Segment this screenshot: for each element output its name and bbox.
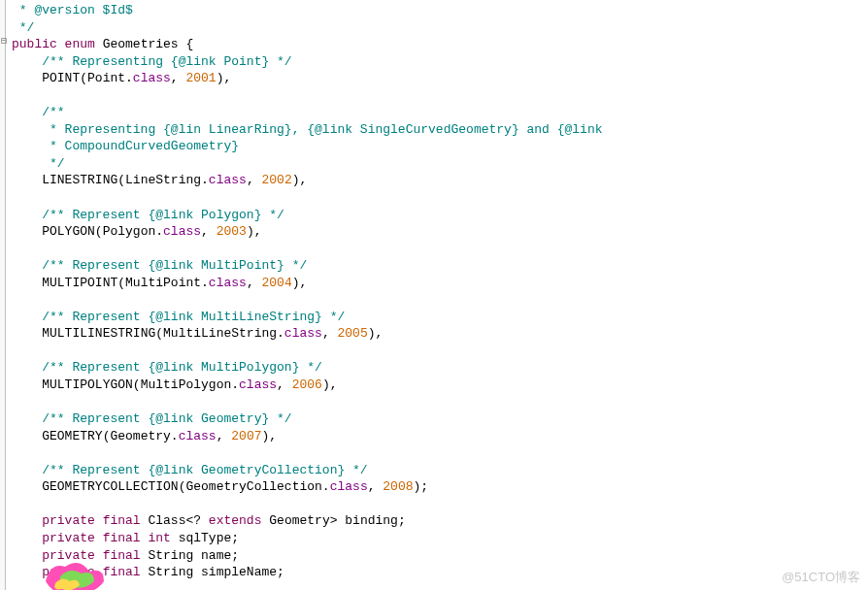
token: */ (12, 156, 65, 171)
token: /** Represent {@link Polygon} */ (12, 208, 284, 222)
token: , (247, 276, 262, 290)
token: 2006 (292, 377, 322, 392)
code-line: MULTILINESTRING(MultiLineString.class, 2… (12, 325, 868, 343)
code-line: GEOMETRY(Geometry.class, 2007), (12, 428, 868, 445)
token: class (163, 224, 201, 239)
token: ); (414, 479, 429, 494)
token: ), (217, 71, 232, 85)
token (12, 445, 42, 460)
token: /** Represent {@link GeometryCollection}… (12, 463, 368, 477)
token: class (179, 429, 217, 443)
code-line: private final String name; (12, 547, 868, 565)
token: GEOMETRYCOLLECTION(GeometryCollection. (42, 479, 329, 494)
token: class (209, 173, 247, 187)
token: /** Represent {@link MultiPolygon} */ (12, 360, 322, 375)
token: 2008 (383, 479, 413, 494)
token: public (12, 37, 65, 51)
token: private final (42, 548, 148, 563)
token: /** (12, 105, 65, 119)
code-line: */ (12, 19, 868, 37)
token: String name; (148, 548, 239, 563)
token: 2002 (261, 173, 291, 187)
code-line: * CompoundCurvedGeometry} (12, 138, 868, 155)
token: MULTIPOLYGON(MultiPolygon. (42, 377, 239, 392)
token: /** Representing {@link Point} */ (12, 54, 292, 69)
code-editor-viewport[interactable]: * @version $Id$ */public enum Geometries… (12, 2, 868, 590)
code-line (12, 581, 868, 590)
token: class (330, 479, 368, 494)
token: /** Represent {@link Geometry} */ (12, 411, 292, 426)
code-line (12, 444, 868, 462)
token: , (217, 429, 232, 443)
fold-gutter: ⊟ (0, 0, 6, 590)
token: , (201, 224, 217, 239)
token: Geometries { (103, 37, 194, 51)
code-line: /** Representing {@link Point} */ (12, 53, 868, 71)
token: extends (209, 513, 269, 528)
token: POINT(Point. (42, 71, 133, 85)
token: sqlType; (179, 531, 239, 545)
code-line: MULTIPOINT(MultiPoint.class, 2004), (12, 275, 868, 292)
code-line (12, 189, 868, 207)
token: 2001 (185, 71, 216, 85)
code-line: POINT(Point.class, 2001), (12, 70, 868, 87)
code-line: GEOMETRYCOLLECTION(GeometryCollection.cl… (12, 478, 868, 496)
token (12, 292, 42, 307)
code-line: private final String simpleName; (12, 564, 868, 581)
token: /** Represent {@link MultiPoint} */ (12, 258, 307, 273)
token: Geometry> binding; (269, 513, 405, 528)
token: 2007 (231, 429, 261, 443)
token: ), (262, 429, 278, 443)
token: ), (322, 377, 338, 392)
token: , (277, 377, 292, 392)
code-line: private final int sqlType; (12, 530, 868, 547)
token: class (209, 276, 247, 290)
code-line (12, 394, 868, 411)
code-line: /** (12, 104, 868, 121)
token: 2003 (217, 224, 247, 239)
token: enum (65, 37, 103, 51)
code-line: public enum Geometries { (12, 36, 868, 53)
token: MULTILINESTRING(MultiLineString. (42, 326, 284, 341)
token: class (239, 377, 277, 392)
token: String simpleName; (148, 565, 284, 579)
token: ), (368, 326, 384, 341)
token: GEOMETRY(Geometry. (42, 429, 178, 443)
code-line: /** Represent {@link MultiPolygon} */ (12, 359, 868, 377)
code-line: */ (12, 155, 868, 173)
token: POLYGON(Polygon. (42, 224, 163, 239)
token: * @version $Id$ (12, 3, 133, 17)
code-line: LINESTRING(LineString.class, 2002), (12, 172, 868, 189)
token (12, 190, 42, 205)
code-line: /** Represent {@link GeometryCollection}… (12, 462, 868, 479)
token: ), (247, 224, 262, 239)
code-line: /** Represent {@link MultiPoint} */ (12, 257, 868, 275)
token: private final (42, 513, 148, 528)
code-line: POLYGON(Polygon.class, 2003), (12, 223, 868, 241)
token: private final (42, 565, 148, 579)
code-line: * Representing {@lin LinearRing}, {@link… (12, 121, 868, 139)
fold-marker-icon[interactable]: ⊟ (1, 35, 7, 49)
code-line (12, 241, 868, 258)
code-line: /** Represent {@link Geometry} */ (12, 410, 868, 428)
token (12, 344, 42, 358)
token: * Representing {@lin LinearRing}, {@link… (12, 122, 603, 137)
token: , (322, 326, 338, 341)
code-line (12, 343, 868, 360)
token: , (368, 479, 384, 494)
code-line: MULTIPOLYGON(MultiPolygon.class, 2006), (12, 377, 868, 394)
code-line (12, 291, 868, 309)
token: class (284, 326, 322, 341)
code-line: * @version $Id$ (12, 2, 868, 19)
token: ), (292, 173, 308, 187)
token: 2005 (337, 326, 367, 341)
token: private final int (42, 531, 178, 545)
token: */ (12, 20, 34, 35)
watermark-text: @51CTO博客 (782, 569, 860, 586)
token: class (133, 71, 171, 85)
token: MULTIPOINT(MultiPoint. (42, 276, 209, 290)
token: , (171, 71, 186, 85)
token: ), (292, 276, 308, 290)
token (12, 88, 42, 103)
token (12, 582, 42, 590)
